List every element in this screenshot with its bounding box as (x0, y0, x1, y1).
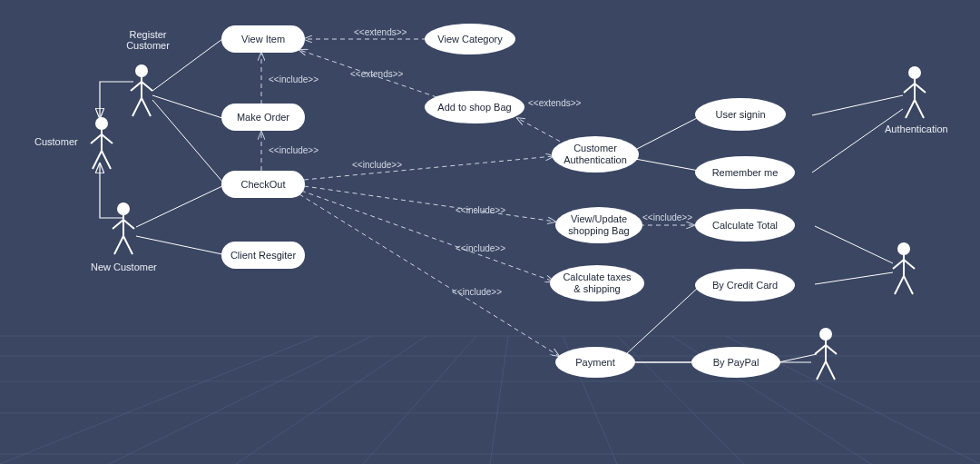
svg-point-63 (898, 243, 909, 254)
svg-line-23 (779, 354, 817, 362)
rel-ext-viewcat: <<extends>> (354, 27, 407, 37)
svg-line-31 (304, 186, 555, 222)
svg-line-68 (904, 276, 913, 294)
svg-line-37 (626, 287, 699, 354)
svg-point-69 (820, 329, 831, 340)
svg-line-72 (826, 345, 837, 354)
actor-customer (89, 116, 114, 171)
actor-payment-2 (813, 327, 838, 381)
svg-line-9 (490, 336, 508, 464)
svg-line-47 (91, 134, 102, 143)
svg-line-32 (301, 191, 554, 281)
rel-inc-mo-vi: <<include>> (269, 74, 318, 84)
svg-line-62 (915, 100, 924, 118)
svg-line-65 (893, 260, 904, 269)
rel-ext-addbag: <<extends>> (350, 69, 403, 79)
svg-line-42 (142, 82, 152, 91)
svg-line-35 (635, 118, 697, 150)
rel-inc-co-auth: <<include>> (352, 160, 402, 170)
svg-line-49 (93, 151, 102, 169)
uc-by-paypal: By PayPal (691, 347, 780, 378)
svg-line-41 (131, 82, 142, 91)
uc-view-item: View Item (221, 25, 305, 53)
svg-line-44 (142, 98, 151, 116)
actor-new-customer-label: New Customer (91, 262, 157, 272)
uc-calc-total: Calculate Total (695, 209, 795, 242)
uc-view-update-bag: View/Updateshopping Bag (555, 207, 642, 243)
svg-line-5 (0, 336, 318, 464)
svg-line-22 (815, 272, 893, 284)
svg-point-51 (118, 203, 129, 214)
actor-authentication (902, 65, 927, 120)
svg-line-19 (812, 95, 903, 115)
actor-payment-1 (891, 242, 916, 296)
svg-line-48 (102, 134, 113, 143)
svg-line-73 (817, 361, 826, 380)
svg-line-36 (635, 159, 699, 171)
svg-line-30 (304, 156, 554, 180)
rel-ext-custauth: <<extends>> (528, 98, 581, 108)
svg-line-21 (815, 226, 893, 263)
uc-add-to-bag: Add to shop Bag (425, 91, 524, 123)
dependencies (261, 39, 694, 356)
svg-line-8 (363, 336, 476, 464)
svg-line-16 (152, 100, 222, 182)
actor-new-customer (111, 202, 136, 256)
svg-line-60 (915, 84, 926, 93)
svg-line-15 (152, 95, 222, 118)
uc-view-category: View Category (425, 24, 515, 54)
actor-register-customer (129, 64, 154, 118)
svg-line-43 (132, 98, 142, 116)
associations (136, 39, 903, 362)
svg-line-18 (136, 236, 222, 254)
svg-line-67 (895, 276, 904, 294)
uc-user-signin: User signin (695, 98, 786, 131)
svg-line-61 (906, 100, 915, 118)
svg-line-53 (113, 220, 123, 229)
svg-line-6 (109, 336, 372, 464)
actor-customer-label: Customer (34, 136, 78, 147)
rel-inc-co-mo: <<include>> (269, 145, 318, 155)
svg-point-39 (136, 65, 147, 76)
svg-line-56 (123, 236, 132, 254)
svg-line-17 (136, 186, 222, 227)
svg-line-20 (812, 109, 903, 173)
svg-point-57 (909, 67, 920, 78)
uc-remember-me: Remember me (695, 156, 795, 189)
svg-line-66 (904, 260, 915, 269)
svg-line-33 (299, 194, 559, 356)
svg-line-55 (114, 236, 123, 254)
uc-payment: Payment (555, 347, 635, 378)
uc-by-credit-card: By Credit Card (695, 269, 795, 301)
svg-line-71 (815, 345, 826, 354)
uc-checkout: CheckOut (221, 171, 305, 198)
svg-line-74 (826, 361, 835, 380)
svg-line-59 (904, 84, 915, 93)
rel-inc-co-tax: <<include>> (456, 243, 505, 253)
svg-line-27 (517, 118, 567, 145)
rel-inc-co-pay: <<include>> (452, 287, 502, 297)
svg-line-50 (102, 151, 111, 169)
actor-authentication-label: Authentication (885, 123, 948, 134)
rel-inc-bag-total: <<include>> (642, 212, 692, 222)
svg-line-7 (236, 336, 426, 464)
uc-cust-auth: CustomerAuthentication (552, 136, 639, 173)
svg-line-54 (123, 220, 134, 229)
svg-point-45 (96, 118, 107, 129)
rel-inc-co-bag: <<include>> (456, 205, 505, 215)
uc-client-register: Client Resgiter (221, 242, 305, 269)
actor-register-customer-label: RegisterCustomer (116, 29, 180, 51)
uc-make-order: Make Order (221, 104, 305, 131)
uc-calc-tax-ship: Calculate taxes& shipping (550, 265, 644, 301)
